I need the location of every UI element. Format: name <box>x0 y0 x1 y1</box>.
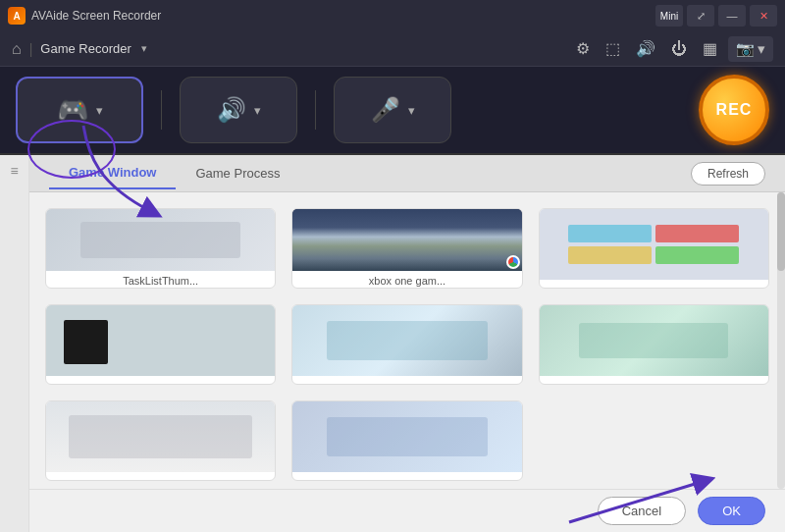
window-thumb-6[interactable] <box>539 304 769 385</box>
camera-button[interactable]: 📷 ▾ <box>728 36 773 62</box>
audio-icon[interactable]: 🔊 <box>633 36 658 61</box>
mic-icon: 🎤 <box>371 96 400 124</box>
window-label-5 <box>292 376 521 384</box>
mini-button[interactable]: Mini <box>655 5 683 27</box>
screen-icon[interactable]: ▦ <box>700 36 720 61</box>
title-bar: A AVAide Screen Recorder Mini ⤢ — ✕ <box>0 0 785 31</box>
window-thumb-1[interactable]: TaskListThum... <box>45 208 276 289</box>
home-icon[interactable]: ⌂ <box>12 40 22 58</box>
nav-title: Game Recorder <box>40 41 131 56</box>
app-logo: A <box>8 7 26 25</box>
export-icon[interactable]: ⬚ <box>602 36 623 61</box>
window-label-8 <box>292 472 521 480</box>
mic-chevron-icon[interactable]: ▾ <box>408 103 415 118</box>
nav-chevron-icon[interactable]: ▾ <box>141 42 147 55</box>
window-thumb-7[interactable] <box>45 400 276 481</box>
rec-button-wrap: REC <box>699 75 769 145</box>
speaker-icon: 🔊 <box>217 96 246 124</box>
toolbar-area: 🎮 ▾ 🔊 ▾ 🎤 ▾ REC <box>0 67 785 155</box>
nav-separator: | <box>29 41 33 57</box>
unpin-button[interactable]: ⤢ <box>687 5 714 27</box>
title-bar-controls: Mini ⤢ — ✕ <box>655 5 777 27</box>
window-grid: TaskListThum... xbox one gam... <box>29 192 785 489</box>
tab-game-process[interactable]: Game Process <box>176 158 299 188</box>
rec-label: REC <box>716 101 753 119</box>
panel-area: ≡ Game Window Game Process Refresh TaskL… <box>0 155 785 532</box>
minimize-button[interactable]: — <box>718 5 746 27</box>
audio-chevron-icon[interactable]: ▾ <box>254 103 261 118</box>
window-label-1: TaskListThum... <box>46 271 275 288</box>
mic-control[interactable]: 🎤 ▾ <box>334 77 451 143</box>
main-content: Game Window Game Process Refresh TaskLis… <box>29 155 785 532</box>
camera-icon: 📷 <box>736 40 755 58</box>
window-label-3 <box>540 280 768 288</box>
ok-button[interactable]: OK <box>698 497 765 525</box>
footer-bar: Cancel OK <box>29 489 785 532</box>
window-label-2: xbox one gam... <box>292 271 521 288</box>
window-thumb-8[interactable] <box>291 400 522 481</box>
window-thumb-5[interactable] <box>291 304 522 385</box>
rec-button[interactable]: REC <box>699 75 769 145</box>
left-sidebar: ≡ <box>0 155 29 532</box>
title-bar-left: A AVAide Screen Recorder <box>8 7 161 25</box>
window-label-6 <box>540 376 768 384</box>
settings-icon[interactable]: ⚙ <box>573 36 593 61</box>
tab-bar: Game Window Game Process Refresh <box>29 155 785 192</box>
window-thumb-2[interactable]: xbox one gam... <box>291 208 522 289</box>
tab-game-window[interactable]: Game Window <box>49 157 176 189</box>
window-label-4 <box>46 376 275 384</box>
gamepad-icon: 🎮 <box>57 95 88 126</box>
cancel-button[interactable]: Cancel <box>598 497 686 525</box>
app-title: AVAide Screen Recorder <box>31 9 161 23</box>
window-thumb-4[interactable] <box>45 304 276 385</box>
close-button[interactable]: ✕ <box>750 5 777 27</box>
audio-output-control[interactable]: 🔊 ▾ <box>180 77 297 143</box>
sidebar-menu-icon[interactable]: ≡ <box>10 163 18 179</box>
game-source-chevron-icon[interactable]: ▾ <box>96 103 103 118</box>
toolbar-divider-1 <box>161 90 162 130</box>
power-icon[interactable]: ⏻ <box>668 37 690 61</box>
nav-bar: ⌂ | Game Recorder ▾ ⚙ ⬚ 🔊 ⏻ ▦ 📷 ▾ <box>0 31 785 67</box>
window-label-7 <box>46 472 275 480</box>
game-source-control[interactable]: 🎮 ▾ <box>16 77 143 143</box>
toolbar-divider-2 <box>315 90 316 130</box>
refresh-button[interactable]: Refresh <box>691 162 765 186</box>
camera-chevron-icon: ▾ <box>758 40 765 58</box>
window-thumb-3[interactable] <box>539 208 769 289</box>
nav-icons: ⚙ ⬚ 🔊 ⏻ ▦ <box>573 36 720 61</box>
chrome-icon <box>506 255 520 269</box>
